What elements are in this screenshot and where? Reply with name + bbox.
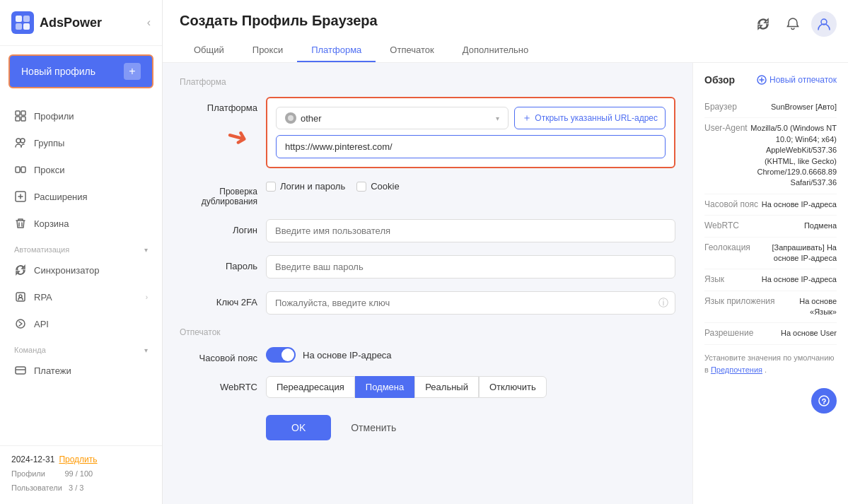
timezone-row: Часовой пояс На основе IP-адреса (180, 347, 675, 363)
cancel-button[interactable]: Отменить (339, 415, 407, 440)
panel-row-value: SunBrowser [Авто] (771, 102, 837, 112)
users-stat: Пользователи 3 / 3 (11, 481, 151, 496)
timezone-label: Часовой пояс (180, 347, 257, 363)
api-icon (14, 317, 27, 330)
open-url-button[interactable]: ＋ Открыть указанный URL-адрес (514, 107, 666, 129)
main-header: Создать Профиль Браузера Общий Прокси Пл… (163, 0, 848, 63)
login-label: Логин (180, 219, 257, 235)
login-input[interactable] (266, 219, 675, 242)
rpa-icon (14, 291, 27, 303)
rpa-chevron-icon: › (146, 293, 148, 301)
profile-icon (14, 110, 27, 122)
sidebar-item-sync[interactable]: Синхронизатор (0, 257, 162, 283)
cookie-checkbox[interactable] (356, 182, 366, 192)
url-input[interactable] (276, 135, 666, 158)
logo-icon (11, 11, 34, 34)
new-fingerprint-button[interactable]: Новый отпечаток (757, 75, 837, 85)
timezone-toggle[interactable] (266, 347, 296, 363)
svg-rect-11 (21, 167, 25, 172)
tab-advanced[interactable]: Дополнительно (448, 39, 543, 62)
platform-label: Платформа (180, 97, 257, 113)
sidebar-item-api[interactable]: API (0, 310, 162, 337)
extend-link[interactable]: Продлить (59, 455, 97, 464)
svg-rect-7 (21, 117, 25, 121)
logo-text: AdsPower (40, 16, 102, 30)
new-profile-label: Новый профиль (21, 66, 95, 77)
panel-row: Часовой поясНа основе IP-адреса (704, 194, 837, 216)
sidebar-item-payments[interactable]: Платежи (0, 357, 162, 384)
collapse-icon[interactable]: ‹ (147, 16, 151, 29)
key2fa-input[interactable] (266, 291, 675, 315)
panel-row-key: Браузер (704, 102, 747, 112)
preference-link[interactable]: Предпочтения (711, 365, 762, 374)
svg-rect-14 (16, 293, 25, 301)
tab-bar: Общий Прокси Платформа Отпечаток Дополни… (180, 39, 831, 62)
platform-box: other ▾ ＋ Открыть указанный URL-адрес (266, 97, 675, 168)
new-profile-button[interactable]: Новый профиль + (8, 54, 153, 88)
password-input[interactable] (266, 255, 675, 279)
content-area: Платформа Платформа ➜ other (163, 63, 848, 504)
svg-rect-3 (23, 23, 30, 30)
refresh-icon[interactable] (752, 13, 774, 35)
footer-stats: Профили 99 / 100 Пользователи 3 / 3 (11, 467, 151, 496)
sidebar-item-profiles[interactable]: Профили (0, 102, 162, 129)
panel-note: Установите значения по умолчанию в Предп… (704, 352, 837, 377)
webrtc-disable-btn[interactable]: Отключить (479, 376, 547, 398)
toggle-thumb (281, 348, 294, 361)
login-password-check[interactable]: Логин и пароль (266, 181, 345, 192)
webrtc-substitute-btn[interactable]: Подмена (355, 376, 414, 398)
webrtc-redirect-btn[interactable]: Переадресация (266, 376, 355, 398)
duplicate-check-row: Проверка дублирования Логин и пароль Coo… (180, 181, 675, 206)
main-content: Создать Профиль Браузера Общий Прокси Пл… (163, 0, 848, 504)
sidebar: AdsPower ‹ Новый профиль + Профили Групп… (0, 0, 163, 504)
sidebar-item-groups[interactable]: Группы (0, 129, 162, 156)
panel-row: User-AgentMozilla/5.0 (Windows NT 10.0; … (704, 118, 837, 194)
webrtc-real-btn[interactable]: Реальный (414, 376, 479, 398)
sidebar-item-trash[interactable]: Корзина (0, 210, 162, 237)
automation-label: Автоматизация (14, 245, 69, 254)
avatar-icon[interactable] (811, 11, 837, 37)
tab-platform[interactable]: Платформа (297, 39, 376, 62)
svg-point-16 (16, 320, 25, 328)
support-icon[interactable] (811, 388, 837, 414)
sidebar-item-rpa[interactable]: RPA › (0, 283, 162, 310)
ok-button[interactable]: OK (266, 415, 331, 440)
panel-row-value: Подмена (804, 221, 837, 231)
page-title: Создать Профиль Браузера (180, 13, 831, 29)
check-options: Логин и пароль Cookie (266, 181, 400, 192)
sidebar-nav: Профили Группы Прокси Расширения Корзина (0, 97, 162, 445)
svg-rect-0 (16, 16, 22, 22)
webrtc-row: WebRTC Переадресация Подмена Реальный От… (180, 376, 675, 398)
password-control (266, 255, 675, 279)
panel-row-key: User-Agent (704, 123, 748, 188)
cookie-check[interactable]: Cookie (356, 181, 399, 192)
panel-header: Обзор Новый отпечаток (704, 74, 837, 86)
sidebar-item-groups-label: Группы (34, 138, 64, 148)
tab-proxy[interactable]: Прокси (238, 39, 297, 62)
team-label: Команда (14, 346, 46, 354)
sidebar-item-extensions[interactable]: Расширения (0, 183, 162, 210)
tab-fingerprint[interactable]: Отпечаток (376, 39, 448, 62)
password-label: Пароль (180, 255, 257, 271)
login-password-label: Логин и пароль (280, 181, 345, 192)
bell-icon[interactable] (782, 13, 804, 35)
platform-select[interactable]: other ▾ (276, 107, 509, 129)
login-password-checkbox[interactable] (266, 182, 276, 192)
key2fa-row: Ключ 2FA ⓘ (180, 291, 675, 315)
automation-section: Автоматизация ▾ (0, 237, 162, 257)
section-title: Платформа (180, 77, 675, 87)
sidebar-logo: AdsPower ‹ (0, 0, 162, 46)
sidebar-item-proxy[interactable]: Прокси (0, 156, 162, 183)
svg-rect-17 (16, 367, 25, 374)
action-row: OK Отменить (180, 415, 675, 440)
form-section: Платформа Платформа ➜ other (163, 63, 692, 504)
tab-general[interactable]: Общий (180, 39, 238, 62)
timezone-value: На основе IP-адреса (303, 350, 392, 361)
url-plus-icon: ＋ (522, 112, 532, 124)
svg-rect-6 (16, 117, 20, 121)
profiles-stat-label: Профили (11, 469, 45, 478)
panel-row-value: На основе IP-адреса (762, 274, 837, 285)
panel-row: WebRTCПодмена (704, 216, 837, 237)
panel-row-value: Mozilla/5.0 (Windows NT 10.0; Win64; x64… (748, 123, 837, 188)
svg-rect-10 (16, 167, 20, 172)
